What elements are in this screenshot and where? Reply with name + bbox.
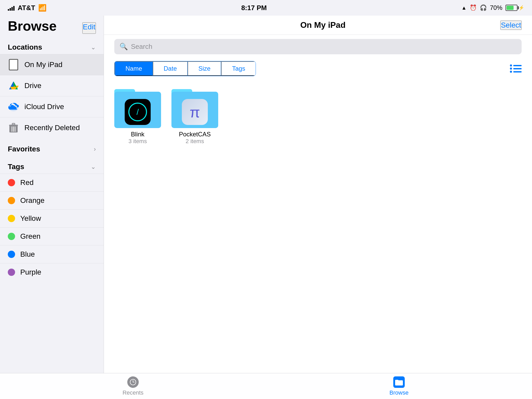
blink-folder-name: Blink bbox=[131, 131, 144, 138]
tab-bar-inner: Recents Browse bbox=[0, 376, 532, 396]
location-icon: ▲ bbox=[461, 5, 467, 11]
svg-rect-13 bbox=[12, 123, 15, 125]
wifi-icon: 📶 bbox=[38, 4, 46, 12]
sidebar-item-label: Purple bbox=[20, 268, 41, 276]
folder-blink[interactable]: / Blink 3 items bbox=[114, 89, 161, 145]
sidebar-item-purple[interactable]: Purple bbox=[0, 263, 104, 281]
svg-rect-22 bbox=[395, 380, 398, 381]
main-layout: Browse Edit Locations ⌄ On My iPad bbox=[0, 16, 532, 373]
favorites-title: Favorites bbox=[8, 145, 40, 153]
orange-dot-icon bbox=[8, 197, 15, 204]
tags-title: Tags bbox=[8, 163, 24, 171]
sidebar: Browse Edit Locations ⌄ On My iPad bbox=[0, 16, 104, 373]
status-bar: AT&T 📶 8:17 PM ▲ ⏰ 🎧 70% ⚡ bbox=[0, 0, 532, 16]
list-view-button[interactable] bbox=[510, 64, 522, 73]
sidebar-header: Browse Edit bbox=[0, 16, 104, 39]
content-header: On My iPad Select bbox=[104, 16, 532, 35]
sidebar-item-blue[interactable]: Blue bbox=[0, 245, 104, 263]
yellow-dot-icon bbox=[8, 215, 15, 222]
favorites-section-header[interactable]: Favorites › bbox=[0, 141, 104, 156]
sidebar-item-label: iCloud Drive bbox=[24, 103, 64, 111]
recents-icon bbox=[127, 376, 139, 388]
locations-title: Locations bbox=[8, 43, 42, 51]
blink-folder-icon: / bbox=[114, 89, 161, 128]
sidebar-item-label: Recently Deleted bbox=[24, 124, 80, 132]
list-line-3 bbox=[510, 71, 522, 73]
files-grid: / Blink 3 items π bbox=[104, 84, 532, 150]
tab-bar: Recents Browse bbox=[0, 373, 532, 399]
alarm-icon: ⏰ bbox=[470, 4, 477, 11]
sidebar-item-label: Orange bbox=[20, 196, 44, 205]
browse-folder-icon bbox=[393, 376, 405, 388]
headphones-icon: 🎧 bbox=[480, 4, 487, 11]
list-line-2 bbox=[510, 68, 522, 70]
tags-chevron-icon[interactable]: ⌄ bbox=[91, 163, 96, 170]
battery-icon: ⚡ bbox=[506, 5, 524, 11]
ipad-icon bbox=[8, 59, 19, 70]
drive-icon bbox=[8, 80, 19, 91]
carrier-label: AT&T bbox=[18, 4, 35, 12]
blue-dot-icon bbox=[8, 251, 15, 258]
purple-dot-icon bbox=[8, 269, 15, 276]
signal-icon bbox=[8, 5, 15, 11]
sidebar-item-icloud[interactable]: iCloud Drive bbox=[0, 96, 104, 117]
favorites-chevron-icon[interactable]: › bbox=[94, 145, 96, 153]
folder-pocketcas[interactable]: π PocketCAS 2 items bbox=[171, 89, 218, 145]
search-placeholder: Search bbox=[131, 43, 152, 51]
sidebar-item-green[interactable]: Green bbox=[0, 227, 104, 245]
tab-bar-recents[interactable]: Recents bbox=[0, 376, 266, 396]
tags-section-header: Tags ⌄ bbox=[0, 158, 104, 174]
battery-percent: 70% bbox=[490, 4, 502, 11]
pocketcas-folder-name: PocketCAS bbox=[179, 131, 211, 138]
select-button[interactable]: Select bbox=[500, 21, 522, 30]
browse-label: Browse bbox=[389, 389, 408, 396]
pocketcas-folder-count: 2 items bbox=[186, 138, 204, 145]
sidebar-item-red[interactable]: Red bbox=[0, 174, 104, 191]
tab-tags[interactable]: Tags bbox=[221, 61, 256, 76]
locations-chevron-icon[interactable]: ⌄ bbox=[91, 44, 96, 51]
status-right: ▲ ⏰ 🎧 70% ⚡ bbox=[461, 4, 524, 11]
tab-bar-browse[interactable]: Browse bbox=[266, 376, 532, 396]
sidebar-item-yellow[interactable]: Yellow bbox=[0, 209, 104, 227]
status-time: 8:17 PM bbox=[241, 4, 267, 12]
sidebar-item-label: Blue bbox=[20, 250, 35, 258]
list-line-1 bbox=[510, 64, 522, 66]
sidebar-item-label: On My iPad bbox=[24, 61, 62, 69]
sidebar-item-drive[interactable]: Drive bbox=[0, 75, 104, 96]
sidebar-item-label: Red bbox=[20, 178, 34, 187]
charging-icon: ⚡ bbox=[518, 5, 524, 11]
sidebar-item-label: Yellow bbox=[20, 214, 41, 223]
status-left: AT&T 📶 bbox=[8, 4, 46, 12]
sidebar-item-orange[interactable]: Orange bbox=[0, 191, 104, 209]
sidebar-item-label: Drive bbox=[24, 82, 41, 90]
search-icon: 🔍 bbox=[119, 43, 128, 51]
sort-tab-group: Name Date Size Tags bbox=[114, 61, 256, 76]
recents-label: Recents bbox=[123, 389, 144, 396]
sidebar-item-recently-deleted[interactable]: Recently Deleted bbox=[0, 117, 104, 138]
content-area: On My iPad Select 🔍 Search Name Date Siz… bbox=[104, 16, 532, 373]
content-title: On My iPad bbox=[145, 20, 500, 30]
sidebar-item-label: Green bbox=[20, 232, 41, 241]
tab-name[interactable]: Name bbox=[115, 61, 153, 76]
search-container: 🔍 Search bbox=[104, 35, 532, 58]
red-dot-icon bbox=[8, 179, 15, 186]
green-dot-icon bbox=[8, 233, 15, 240]
sort-tabs: Name Date Size Tags bbox=[104, 58, 532, 79]
tab-date[interactable]: Date bbox=[153, 61, 188, 76]
pocketcas-folder-icon: π bbox=[171, 89, 218, 128]
blink-folder-count: 3 items bbox=[129, 138, 147, 145]
sidebar-item-on-my-ipad[interactable]: On My iPad bbox=[0, 54, 104, 75]
locations-section-header: Locations ⌄ bbox=[0, 39, 104, 54]
trash-icon bbox=[8, 122, 19, 134]
search-bar[interactable]: 🔍 Search bbox=[114, 39, 522, 54]
browse-title: Browse bbox=[8, 18, 57, 34]
edit-button[interactable]: Edit bbox=[82, 22, 96, 34]
icloud-icon bbox=[8, 101, 19, 112]
tab-size[interactable]: Size bbox=[188, 61, 221, 76]
